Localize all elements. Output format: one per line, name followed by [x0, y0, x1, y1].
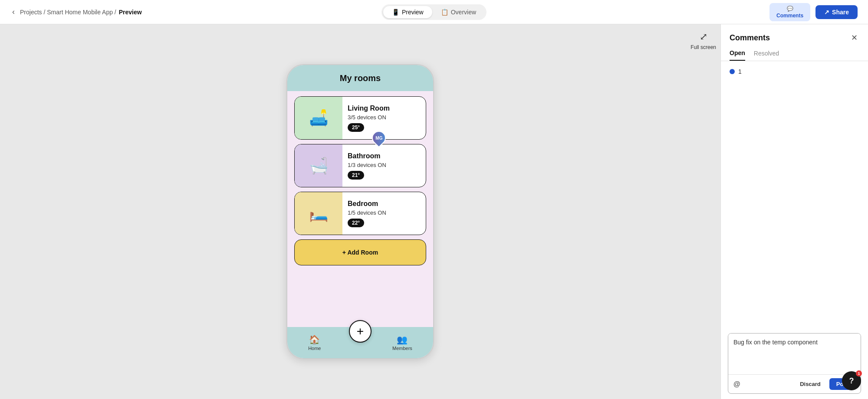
add-room-button[interactable]: + Add Room — [294, 239, 426, 265]
comments-panel-title: Comments — [730, 33, 770, 43]
discard-button[interactable]: Discard — [795, 378, 826, 390]
comments-header: Comments ✕ — [721, 24, 868, 44]
room-icon-bathroom: 🛁 — [295, 144, 342, 187]
members-icon: 👥 — [397, 334, 408, 345]
comments-panel: Comments ✕ Open Resolved 1 Bug fix on th… — [720, 24, 868, 399]
phone-top-bar: My rooms — [287, 65, 433, 91]
room-card-bedroom[interactable]: 🛏️ Bedroom 1/5 devices ON 22° — [294, 192, 426, 235]
tab-resolved[interactable]: Resolved — [754, 49, 779, 61]
phone-content: 🛋️ Living Room 3/5 devices ON 25° 🛁 Bath… — [287, 91, 433, 271]
unread-dot — [730, 69, 735, 74]
help-badge: 1 — [856, 370, 862, 376]
main-preview-area: My rooms 🛋️ Living Room 3/5 devices ON 2… — [0, 24, 720, 399]
close-comments-button[interactable]: ✕ — [849, 31, 859, 44]
comments-count: 1 — [721, 61, 868, 82]
compose-textarea[interactable]: Bug fix on the temp component — [728, 334, 861, 373]
comments-icon: 💬 — [787, 6, 793, 12]
pin-avatar: MG — [369, 128, 388, 147]
help-button[interactable]: ? 1 — [842, 371, 861, 390]
tab-preview[interactable]: 📱 Preview — [383, 6, 432, 18]
share-button[interactable]: ↗ Share — [815, 5, 858, 19]
comment-compose-box: Bug fix on the temp component @ Discard … — [728, 333, 861, 394]
view-tabs: 📱 Preview 📋 Overview — [381, 4, 487, 20]
overview-icon: 📋 — [441, 9, 448, 16]
phone-title: My rooms — [340, 73, 381, 83]
top-navigation: ‹ Projects / Smart Home Mobile App / Pre… — [0, 0, 868, 24]
compose-actions: @ Discard Post — [728, 374, 861, 393]
room-card-living[interactable]: 🛋️ Living Room 3/5 devices ON 25° — [294, 96, 426, 140]
room-info-bedroom: Bedroom 1/5 devices ON 22° — [342, 192, 426, 235]
phone-mockup: My rooms 🛋️ Living Room 3/5 devices ON 2… — [286, 64, 434, 359]
room-info-bathroom: Bathroom 1/3 devices ON 21° — [342, 144, 426, 187]
nav-members[interactable]: 👥 Members — [392, 334, 412, 351]
nav-actions: 💬 Comments ↗ Share — [769, 3, 858, 21]
tab-overview[interactable]: 📋 Overview — [432, 6, 485, 18]
fab-add-button[interactable]: + — [349, 320, 372, 343]
fullscreen-button[interactable]: ⤢ Full screen — [690, 31, 716, 50]
tab-open[interactable]: Open — [730, 49, 745, 61]
mention-button[interactable]: @ — [733, 380, 740, 388]
breadcrumb: Projects / Smart Home Mobile App / Previ… — [20, 9, 142, 16]
room-card-bathroom[interactable]: 🛁 Bathroom 1/3 devices ON 21° — [294, 144, 426, 187]
home-icon: 🏠 — [309, 334, 320, 345]
back-button[interactable]: ‹ — [10, 6, 16, 18]
comments-button[interactable]: 💬 Comments — [769, 3, 810, 21]
room-icon-living: 🛋️ — [295, 97, 342, 139]
comments-tabs: Open Resolved — [721, 44, 868, 61]
share-icon: ↗ — [824, 9, 829, 16]
nav-home[interactable]: 🏠 Home — [308, 334, 321, 351]
comment-pin[interactable]: MG — [372, 131, 386, 145]
comments-spacer — [721, 82, 868, 333]
room-icon-bedroom: 🛏️ — [295, 192, 342, 235]
fullscreen-icon: ⤢ — [700, 31, 707, 43]
phone-icon: 📱 — [392, 9, 399, 16]
